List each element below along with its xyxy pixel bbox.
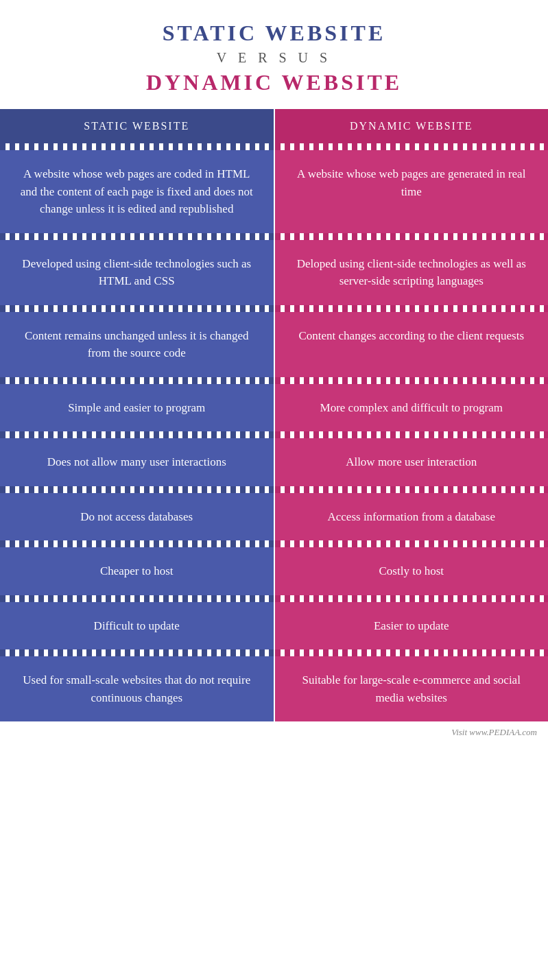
cell-static: Does not allow many user interactions: [0, 438, 275, 486]
divider-dynamic: [275, 305, 549, 312]
table-row: Does not allow many user interactions Al…: [0, 438, 548, 486]
cell-dynamic: Easier to update: [275, 602, 549, 650]
divider-static: [0, 649, 275, 656]
row-divider: [0, 233, 548, 240]
row-divider: [0, 431, 548, 438]
table-row: Do not access databases Access informati…: [0, 493, 548, 541]
cell-static: Developed using client-side technologies…: [0, 240, 275, 305]
divider-static: [0, 143, 275, 150]
divider-dynamic: [275, 595, 549, 602]
cell-dynamic: Access information from a database: [275, 493, 549, 541]
header-title-static: STATIC WEBSITE: [14, 21, 534, 46]
header-versus: V E R S U S: [14, 50, 534, 66]
cell-dynamic: More complex and difficult to program: [275, 384, 549, 432]
comparison-table: STATIC WEBSITE DYNAMIC WEBSITE A website…: [0, 109, 548, 721]
row-divider: [0, 143, 548, 150]
table-row: Developed using client-side technologies…: [0, 240, 548, 305]
divider-static: [0, 540, 275, 547]
cell-static: Simple and easier to program: [0, 384, 275, 432]
cell-dynamic: Suitable for large-scale e-commerce and …: [275, 656, 549, 721]
cell-static: Used for small-scale websites that do no…: [0, 656, 275, 721]
divider-static: [0, 377, 275, 384]
cell-static: Difficult to update: [0, 602, 275, 650]
row-divider: [0, 595, 548, 602]
divider-static: [0, 431, 275, 438]
divider-dynamic: [275, 233, 549, 240]
table-row: Simple and easier to program More comple…: [0, 384, 548, 432]
divider-dynamic: [275, 486, 549, 493]
row-divider: [0, 305, 548, 312]
cell-static: Cheaper to host: [0, 547, 275, 595]
table-row: Content remains unchanged unless it is c…: [0, 312, 548, 377]
cell-dynamic: Content changes according to the client …: [275, 312, 549, 377]
divider-dynamic: [275, 431, 549, 438]
footer-text: Visit www.PEDIAA.com: [451, 727, 537, 737]
table-row: A website whose web pages are coded in H…: [0, 150, 548, 233]
header: STATIC WEBSITE V E R S U S DYNAMIC WEBSI…: [0, 0, 548, 109]
table-row: Used for small-scale websites that do no…: [0, 656, 548, 721]
header-title-dynamic: DYNAMIC WEBSITE: [14, 70, 534, 95]
cell-static: Content remains unchanged unless it is c…: [0, 312, 275, 377]
column-header-static: STATIC WEBSITE: [0, 109, 275, 143]
divider-dynamic: [275, 649, 549, 656]
cell-dynamic: Costly to host: [275, 547, 549, 595]
row-divider: [0, 649, 548, 656]
divider-dynamic: [275, 377, 549, 384]
cell-static: Do not access databases: [0, 493, 275, 541]
divider-static: [0, 595, 275, 602]
row-divider: [0, 540, 548, 547]
divider-static: [0, 305, 275, 312]
divider-static: [0, 233, 275, 240]
table-row: Cheaper to host Costly to host: [0, 547, 548, 595]
cell-dynamic: Deloped using client-side technologies a…: [275, 240, 549, 305]
divider-dynamic: [275, 143, 549, 150]
row-divider: [0, 377, 548, 384]
cell-dynamic: Allow more user interaction: [275, 438, 549, 486]
divider-dynamic: [275, 540, 549, 547]
cell-static: A website whose web pages are coded in H…: [0, 150, 275, 233]
rows-container: A website whose web pages are coded in H…: [0, 143, 548, 721]
column-header-dynamic: DYNAMIC WEBSITE: [275, 109, 549, 143]
column-headers: STATIC WEBSITE DYNAMIC WEBSITE: [0, 109, 548, 143]
footer: Visit www.PEDIAA.com: [0, 721, 548, 746]
cell-dynamic: A website whose web pages are generated …: [275, 150, 549, 233]
divider-static: [0, 486, 275, 493]
table-row: Difficult to update Easier to update: [0, 602, 548, 650]
row-divider: [0, 486, 548, 493]
page: STATIC WEBSITE V E R S U S DYNAMIC WEBSI…: [0, 0, 548, 746]
